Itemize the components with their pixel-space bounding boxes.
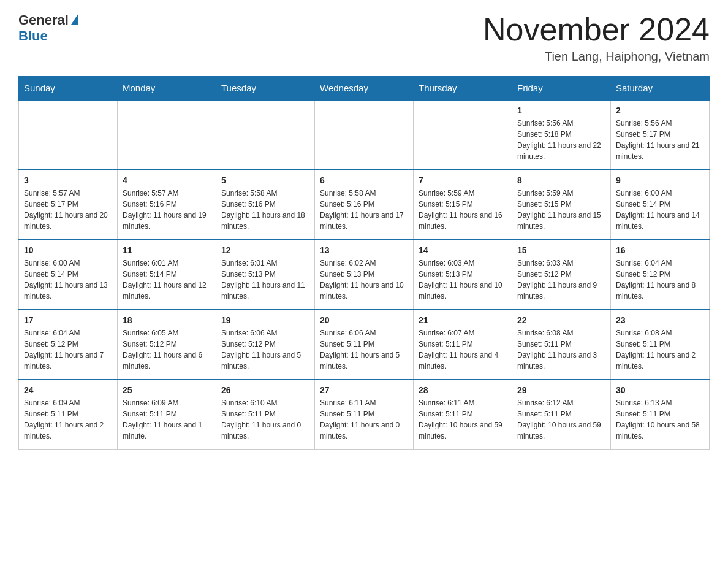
logo: General Blue [18, 12, 78, 44]
day-number: 12 [221, 245, 309, 255]
calendar-day-cell: 16Sunrise: 6:04 AMSunset: 5:12 PMDayligh… [611, 240, 710, 310]
day-info: Sunrise: 5:58 AMSunset: 5:16 PMDaylight:… [221, 188, 309, 232]
day-info: Sunrise: 6:05 AMSunset: 5:12 PMDaylight:… [123, 327, 211, 372]
day-info: Sunrise: 5:56 AMSunset: 5:18 PMDaylight:… [517, 118, 605, 162]
title-block: November 2024 Tien Lang, Haiphong, Vietn… [483, 12, 710, 64]
day-info: Sunrise: 6:03 AMSunset: 5:12 PMDaylight:… [517, 258, 605, 302]
day-number: 14 [419, 245, 507, 255]
day-number: 28 [419, 385, 507, 395]
day-info: Sunrise: 6:07 AMSunset: 5:11 PMDaylight:… [419, 327, 507, 372]
day-number: 29 [517, 385, 605, 395]
calendar-week-row: 3Sunrise: 5:57 AMSunset: 5:17 PMDaylight… [19, 170, 710, 240]
day-info: Sunrise: 6:01 AMSunset: 5:13 PMDaylight:… [221, 258, 309, 302]
day-number: 5 [221, 175, 309, 185]
day-number: 7 [419, 175, 507, 185]
day-info: Sunrise: 6:00 AMSunset: 5:14 PMDaylight:… [616, 188, 704, 232]
page-header: General Blue November 2024 Tien Lang, Ha… [18, 12, 710, 64]
calendar-day-cell: 18Sunrise: 6:05 AMSunset: 5:12 PMDayligh… [118, 310, 216, 380]
calendar-table: SundayMondayTuesdayWednesdayThursdayFrid… [18, 76, 710, 450]
calendar-week-row: 17Sunrise: 6:04 AMSunset: 5:12 PMDayligh… [19, 310, 710, 380]
day-info: Sunrise: 5:58 AMSunset: 5:16 PMDaylight:… [320, 188, 408, 232]
day-number: 4 [123, 175, 211, 185]
calendar-day-cell: 28Sunrise: 6:11 AMSunset: 5:11 PMDayligh… [414, 380, 512, 450]
calendar-day-cell [315, 100, 414, 170]
day-number: 15 [517, 245, 605, 255]
calendar-day-cell: 26Sunrise: 6:10 AMSunset: 5:11 PMDayligh… [216, 380, 315, 450]
calendar-day-cell [414, 100, 512, 170]
day-number: 6 [320, 175, 408, 185]
day-number: 17 [24, 315, 112, 325]
calendar-day-cell: 2Sunrise: 5:56 AMSunset: 5:17 PMDaylight… [611, 100, 710, 170]
calendar-day-cell: 20Sunrise: 6:06 AMSunset: 5:11 PMDayligh… [315, 310, 414, 380]
day-info: Sunrise: 6:10 AMSunset: 5:11 PMDaylight:… [221, 397, 309, 442]
day-number: 11 [123, 245, 211, 255]
calendar-day-cell: 14Sunrise: 6:03 AMSunset: 5:13 PMDayligh… [414, 240, 512, 310]
day-info: Sunrise: 6:13 AMSunset: 5:11 PMDaylight:… [616, 397, 704, 442]
day-number: 25 [123, 385, 211, 395]
day-info: Sunrise: 6:03 AMSunset: 5:13 PMDaylight:… [419, 258, 507, 302]
weekday-header-monday: Monday [118, 77, 216, 101]
calendar-day-cell: 30Sunrise: 6:13 AMSunset: 5:11 PMDayligh… [611, 380, 710, 450]
day-number: 22 [517, 315, 605, 325]
day-info: Sunrise: 6:06 AMSunset: 5:11 PMDaylight:… [320, 327, 408, 372]
calendar-day-cell: 21Sunrise: 6:07 AMSunset: 5:11 PMDayligh… [414, 310, 512, 380]
page-subtitle: Tien Lang, Haiphong, Vietnam [483, 50, 710, 64]
day-info: Sunrise: 5:56 AMSunset: 5:17 PMDaylight:… [616, 118, 704, 162]
logo-name-part1: General [18, 12, 69, 28]
calendar-day-cell: 7Sunrise: 5:59 AMSunset: 5:15 PMDaylight… [414, 170, 512, 240]
day-number: 21 [419, 315, 507, 325]
day-info: Sunrise: 5:59 AMSunset: 5:15 PMDaylight:… [517, 188, 605, 232]
weekday-header-friday: Friday [512, 77, 611, 101]
calendar-day-cell: 15Sunrise: 6:03 AMSunset: 5:12 PMDayligh… [512, 240, 611, 310]
calendar-day-cell: 24Sunrise: 6:09 AMSunset: 5:11 PMDayligh… [19, 380, 118, 450]
day-number: 24 [24, 385, 112, 395]
day-number: 13 [320, 245, 408, 255]
day-number: 19 [221, 315, 309, 325]
weekday-header-wednesday: Wednesday [315, 77, 414, 101]
calendar-day-cell: 4Sunrise: 5:57 AMSunset: 5:16 PMDaylight… [118, 170, 216, 240]
calendar-day-cell: 19Sunrise: 6:06 AMSunset: 5:12 PMDayligh… [216, 310, 315, 380]
calendar-day-cell: 12Sunrise: 6:01 AMSunset: 5:13 PMDayligh… [216, 240, 315, 310]
calendar-day-cell: 11Sunrise: 6:01 AMSunset: 5:14 PMDayligh… [118, 240, 216, 310]
logo-triangle-icon [71, 13, 78, 25]
calendar-week-row: 10Sunrise: 6:00 AMSunset: 5:14 PMDayligh… [19, 240, 710, 310]
day-info: Sunrise: 5:59 AMSunset: 5:15 PMDaylight:… [419, 188, 507, 232]
logo-name-part2: Blue [18, 28, 48, 44]
calendar-day-cell: 3Sunrise: 5:57 AMSunset: 5:17 PMDaylight… [19, 170, 118, 240]
calendar-day-cell: 9Sunrise: 6:00 AMSunset: 5:14 PMDaylight… [611, 170, 710, 240]
day-number: 20 [320, 315, 408, 325]
day-number: 8 [517, 175, 605, 185]
day-number: 26 [221, 385, 309, 395]
calendar-day-cell: 5Sunrise: 5:58 AMSunset: 5:16 PMDaylight… [216, 170, 315, 240]
calendar-day-cell: 25Sunrise: 6:09 AMSunset: 5:11 PMDayligh… [118, 380, 216, 450]
calendar-day-cell: 23Sunrise: 6:08 AMSunset: 5:11 PMDayligh… [611, 310, 710, 380]
weekday-header-row: SundayMondayTuesdayWednesdayThursdayFrid… [19, 77, 710, 101]
day-info: Sunrise: 6:08 AMSunset: 5:11 PMDaylight:… [616, 327, 704, 372]
calendar-day-cell [118, 100, 216, 170]
day-info: Sunrise: 5:57 AMSunset: 5:16 PMDaylight:… [123, 188, 211, 232]
day-number: 27 [320, 385, 408, 395]
calendar-day-cell: 8Sunrise: 5:59 AMSunset: 5:15 PMDaylight… [512, 170, 611, 240]
page-title: November 2024 [483, 12, 710, 47]
day-info: Sunrise: 6:11 AMSunset: 5:11 PMDaylight:… [320, 397, 408, 442]
calendar-day-cell: 22Sunrise: 6:08 AMSunset: 5:11 PMDayligh… [512, 310, 611, 380]
day-info: Sunrise: 6:00 AMSunset: 5:14 PMDaylight:… [24, 258, 112, 302]
calendar-week-row: 24Sunrise: 6:09 AMSunset: 5:11 PMDayligh… [19, 380, 710, 450]
weekday-header-tuesday: Tuesday [216, 77, 315, 101]
calendar-day-cell: 6Sunrise: 5:58 AMSunset: 5:16 PMDaylight… [315, 170, 414, 240]
day-info: Sunrise: 6:06 AMSunset: 5:12 PMDaylight:… [221, 327, 309, 372]
day-number: 2 [616, 105, 704, 115]
weekday-header-sunday: Sunday [19, 77, 118, 101]
calendar-day-cell: 13Sunrise: 6:02 AMSunset: 5:13 PMDayligh… [315, 240, 414, 310]
day-number: 18 [123, 315, 211, 325]
day-info: Sunrise: 6:11 AMSunset: 5:11 PMDaylight:… [419, 397, 507, 442]
day-number: 16 [616, 245, 704, 255]
calendar-day-cell: 29Sunrise: 6:12 AMSunset: 5:11 PMDayligh… [512, 380, 611, 450]
weekday-header-saturday: Saturday [611, 77, 710, 101]
calendar-day-cell: 10Sunrise: 6:00 AMSunset: 5:14 PMDayligh… [19, 240, 118, 310]
day-info: Sunrise: 6:01 AMSunset: 5:14 PMDaylight:… [123, 258, 211, 302]
day-info: Sunrise: 6:04 AMSunset: 5:12 PMDaylight:… [24, 327, 112, 372]
day-info: Sunrise: 6:09 AMSunset: 5:11 PMDaylight:… [123, 397, 211, 442]
day-number: 30 [616, 385, 704, 395]
day-info: Sunrise: 6:12 AMSunset: 5:11 PMDaylight:… [517, 397, 605, 442]
